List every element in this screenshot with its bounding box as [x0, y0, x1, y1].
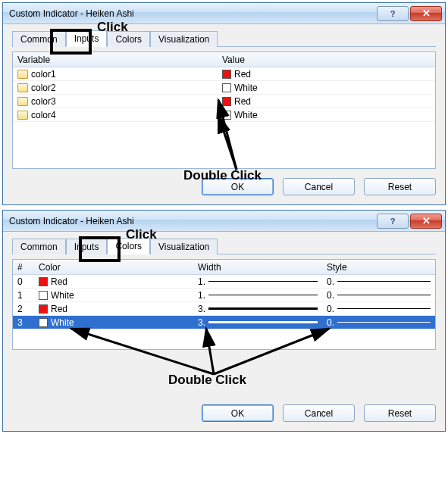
variable-cell: color3 [31, 96, 56, 107]
tabs: Common Inputs Colors Visualization [12, 238, 436, 254]
table-row[interactable]: 3White3.0. [13, 316, 435, 329]
tabs: Common Inputs Colors Visualization [12, 30, 436, 47]
table-row[interactable]: 2Red3.0. [13, 302, 435, 316]
table-row[interactable]: color3Red [13, 95, 435, 108]
header-style: Style [322, 262, 435, 273]
close-button[interactable]: ✕ [410, 6, 442, 21]
button-row: OK Cancel Reset [12, 178, 436, 195]
style-cell: 0. [327, 304, 334, 314]
table-row[interactable]: color1Red [13, 67, 435, 81]
colors-dialog: Custom Indicator - Heiken Ashi ? ✕ Click… [2, 210, 446, 432]
header-width: Width [193, 262, 322, 273]
width-sample [208, 321, 318, 323]
width-cell: 3. [198, 304, 205, 314]
titlebar: Custom Indicator - Heiken Ashi ? ✕ [3, 211, 445, 232]
index-cell: 2 [13, 304, 34, 314]
color-cell: Red [51, 276, 67, 287]
color-swatch [222, 97, 231, 106]
style-cell: 0. [327, 317, 334, 328]
variable-cell: color1 [31, 69, 56, 80]
close-icon: ✕ [422, 8, 431, 19]
index-cell: 1 [13, 290, 34, 301]
style-sample [337, 281, 431, 282]
width-cell: 1. [198, 290, 205, 301]
help-icon: ? [390, 9, 396, 18]
index-cell: 0 [13, 276, 34, 287]
width-sample [208, 295, 318, 295]
color-swatch [222, 111, 231, 120]
param-icon [17, 111, 28, 120]
colors-listbox: # Color Width Style 0Red1.0.1White1.0.2R… [12, 259, 436, 350]
titlebar: Custom Indicator - Heiken Ashi ? ✕ [3, 3, 445, 24]
width-cell: 3. [198, 317, 205, 328]
value-cell: White [234, 83, 258, 93]
header-index: # [13, 262, 34, 273]
window-title: Custom Indicator - Heiken Ashi [9, 216, 375, 226]
width-sample [208, 281, 318, 282]
cancel-button[interactable]: Cancel [283, 404, 355, 422]
color-cell: White [51, 317, 74, 328]
index-cell: 3 [13, 317, 34, 328]
param-icon [17, 70, 28, 79]
ok-button[interactable]: OK [202, 404, 274, 422]
color-cell: Red [51, 304, 67, 314]
close-button[interactable]: ✕ [410, 214, 442, 229]
help-icon: ? [390, 217, 396, 226]
color-swatch [222, 70, 231, 79]
width-cell: 1. [198, 276, 205, 287]
tab-visualization[interactable]: Visualization [150, 31, 218, 47]
style-cell: 0. [327, 290, 334, 301]
table-row[interactable]: color2White [13, 81, 435, 95]
color-swatch [39, 304, 48, 314]
style-sample [337, 322, 431, 323]
inputs-header: Variable Value [13, 52, 435, 67]
variable-cell: color2 [31, 83, 56, 93]
colors-header: # Color Width Style [13, 260, 435, 275]
tab-inputs[interactable]: Inputs [66, 239, 108, 254]
table-row[interactable]: 1White1.0. [13, 289, 435, 302]
value-cell: White [234, 110, 258, 120]
param-icon [17, 97, 28, 106]
param-icon [17, 83, 28, 92]
reset-button[interactable]: Reset [364, 404, 436, 422]
style-sample [337, 308, 431, 309]
window-title: Custom Indicator - Heiken Ashi [9, 8, 375, 19]
cancel-button[interactable]: Cancel [283, 178, 355, 195]
width-sample [208, 307, 318, 310]
tab-common[interactable]: Common [12, 31, 66, 47]
close-icon: ✕ [422, 215, 431, 226]
tab-common[interactable]: Common [12, 239, 66, 254]
tab-visualization[interactable]: Visualization [150, 239, 218, 254]
color-swatch [39, 318, 48, 327]
color-swatch [39, 291, 48, 300]
color-swatch [39, 277, 48, 286]
inputs-listbox: Variable Value color1Redcolor2Whitecolor… [12, 51, 436, 169]
value-cell: Red [234, 69, 251, 80]
header-color: Color [34, 262, 193, 273]
color-cell: White [51, 290, 74, 301]
table-row[interactable]: color4White [13, 108, 435, 122]
help-button[interactable]: ? [377, 214, 409, 229]
style-sample [337, 295, 431, 295]
tab-colors[interactable]: Colors [107, 238, 150, 254]
style-cell: 0. [327, 276, 334, 287]
inputs-dialog: Custom Indicator - Heiken Ashi ? ✕ Click… [2, 2, 446, 205]
tab-colors[interactable]: Colors [107, 31, 150, 47]
reset-button[interactable]: Reset [364, 178, 436, 195]
ok-button[interactable]: OK [202, 178, 274, 195]
button-row: OK Cancel Reset [12, 404, 436, 422]
header-value: Value [218, 55, 435, 65]
tab-inputs[interactable]: Inputs [66, 30, 108, 47]
value-cell: Red [234, 96, 251, 107]
color-swatch [222, 83, 231, 92]
help-button[interactable]: ? [377, 6, 409, 21]
variable-cell: color4 [31, 110, 56, 120]
header-variable: Variable [13, 55, 218, 65]
table-row[interactable]: 0Red1.0. [13, 275, 435, 289]
